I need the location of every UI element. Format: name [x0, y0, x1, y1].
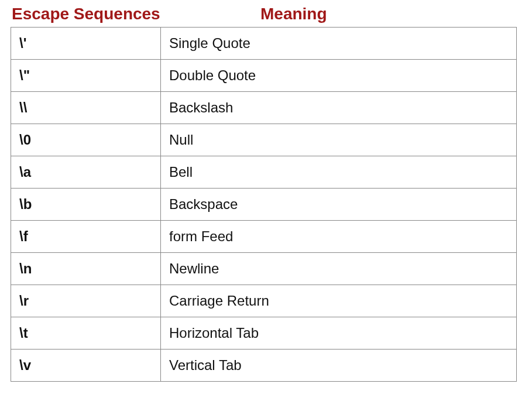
escape-sequence-cell: \f [11, 221, 161, 253]
escape-sequence-cell: \v [11, 350, 161, 382]
table-row: \"Double Quote [11, 60, 517, 92]
meaning-cell: Carriage Return [161, 285, 517, 317]
meaning-cell: Null [161, 124, 517, 156]
meaning-cell: Double Quote [161, 60, 517, 92]
escape-sequence-cell: \a [11, 156, 161, 189]
meaning-cell: Single Quote [161, 28, 517, 60]
meaning-cell: Newline [161, 253, 517, 285]
table-row: \rCarriage Return [11, 285, 517, 317]
escape-sequence-cell: \t [11, 317, 161, 350]
table-row: \'Single Quote [11, 28, 517, 60]
table-row: \nNewline [11, 253, 517, 285]
escape-sequence-cell: \r [11, 285, 161, 317]
meaning-cell: form Feed [161, 221, 517, 253]
meaning-cell: Vertical Tab [161, 350, 517, 382]
table-row: \bBackspace [11, 189, 517, 221]
meaning-cell: Backslash [161, 92, 517, 124]
table-headers: Escape Sequences Meaning [11, 5, 521, 23]
table-row: \fform Feed [11, 221, 517, 253]
escape-sequence-cell: \b [11, 189, 161, 221]
meaning-cell: Horizontal Tab [161, 317, 517, 350]
table-row: \\Backslash [11, 92, 517, 124]
table-row: \vVertical Tab [11, 350, 517, 382]
escape-sequence-cell: \" [11, 60, 161, 92]
meaning-cell: Bell [161, 156, 517, 189]
escape-sequence-cell: \' [11, 28, 161, 60]
header-escape-sequences: Escape Sequences [12, 5, 260, 23]
table-row: \tHorizontal Tab [11, 317, 517, 350]
table-row: \aBell [11, 156, 517, 189]
meaning-cell: Backspace [161, 189, 517, 221]
escape-sequence-cell: \0 [11, 124, 161, 156]
escape-sequences-table: \'Single Quote\"Double Quote\\Backslash\… [11, 27, 517, 382]
escape-sequence-cell: \n [11, 253, 161, 285]
table-row: \0Null [11, 124, 517, 156]
header-meaning: Meaning [260, 5, 521, 23]
escape-sequence-cell: \\ [11, 92, 161, 124]
